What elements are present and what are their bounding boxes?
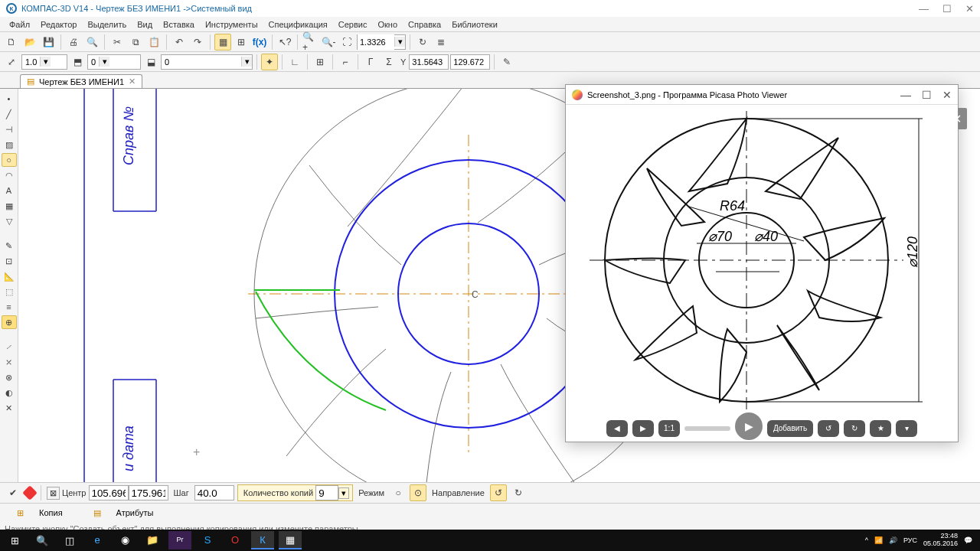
create-object-icon[interactable]: ✔ [5, 484, 21, 501]
menu-tools[interactable]: Инструменты [201, 18, 263, 31]
misc-icon[interactable]: ✎ [498, 54, 515, 70]
menu-window[interactable]: Окно [373, 18, 402, 31]
minimize-button[interactable]: — [919, 3, 929, 15]
tool-text-icon[interactable]: A [2, 184, 17, 197]
center-x-input[interactable] [89, 485, 129, 500]
round-icon[interactable]: Γ [362, 54, 379, 70]
chevron-down-icon[interactable]: ▾ [394, 37, 405, 47]
menu-insert[interactable]: Вставка [158, 18, 199, 31]
picasa-close-button[interactable]: ✕ [942, 89, 952, 101]
picasa-minimize-button[interactable]: — [900, 89, 911, 101]
picasa-window[interactable]: Screenshot_3.png - Программа Picasa Phot… [565, 84, 959, 442]
dir-ccw-icon[interactable]: ↺ [490, 484, 507, 501]
cut-icon[interactable]: ✂ [109, 34, 126, 51]
skype-icon[interactable]: S [196, 531, 219, 549]
tool-aux1-icon[interactable]: ⟋ [2, 340, 17, 354]
tray-net-icon[interactable]: 📶 [874, 536, 883, 544]
tool-copy-icon[interactable]: ⊕ [2, 315, 17, 329]
zoom-out-icon[interactable]: 🔍- [320, 34, 337, 51]
style-icon[interactable]: ⬓ [142, 54, 159, 70]
tool-aux3-icon[interactable]: ⊗ [2, 370, 17, 384]
picasa-maximize-button[interactable]: ☐ [922, 89, 932, 101]
layers-icon[interactable]: ≣ [433, 34, 449, 51]
new-icon[interactable]: 🗋 [3, 34, 20, 51]
step-input[interactable] [194, 485, 234, 500]
zoom-combo[interactable]: ▾ [357, 34, 406, 50]
layer-combo[interactable]: 0▾ [87, 54, 141, 70]
step-combo[interactable]: 1.0▾ [21, 54, 67, 70]
picasa-more-icon[interactable]: ▾ [896, 420, 917, 437]
menu-help[interactable]: Справка [403, 18, 446, 31]
tool-edit-icon[interactable]: ✎ [2, 239, 17, 253]
menu-editor[interactable]: Редактор [36, 18, 81, 31]
chevron-down-icon[interactable]: ▾ [40, 57, 51, 67]
explorer-icon[interactable]: 📁 [141, 531, 164, 549]
open-icon[interactable]: 📂 [21, 34, 38, 51]
menu-select[interactable]: Выделить [83, 18, 131, 31]
tool-aux2-icon[interactable]: ⤫ [2, 355, 17, 369]
preview-icon[interactable]: 🔍 [83, 34, 100, 51]
var-icon[interactable]: ⊞ [233, 34, 250, 51]
tool-arc-icon[interactable]: ◠ [2, 168, 17, 182]
tool-line-icon[interactable]: ╱ [2, 107, 17, 121]
zoom-fit-icon[interactable]: ⛶ [338, 34, 355, 51]
coord-icon[interactable]: ⌐ [337, 54, 354, 70]
tool-dim-icon[interactable]: ⊣ [2, 122, 17, 136]
tool-circle-icon[interactable]: ○ [2, 153, 17, 167]
picasa-add-button[interactable]: Добавить [767, 420, 813, 437]
chevron-down-icon[interactable]: ▾ [338, 487, 349, 499]
tool-point-icon[interactable]: • [2, 92, 17, 106]
tool-select-icon[interactable]: ⬚ [2, 285, 17, 298]
save-icon[interactable]: 💾 [40, 34, 57, 51]
close-button[interactable]: ✕ [965, 3, 974, 15]
tab-attrs[interactable]: ▤Атрибуты [81, 504, 166, 523]
tray-vol-icon[interactable]: 🔊 [889, 536, 897, 544]
opera-icon[interactable]: O [224, 531, 247, 549]
picasa-play-icon[interactable]: ▶ [735, 412, 763, 440]
paste-icon[interactable]: 📋 [145, 34, 162, 51]
dir-cw-icon[interactable]: ↻ [510, 484, 527, 501]
picasa-image-area[interactable]: R64 ⌀70 ⌀40 ⌀120 [566, 105, 958, 415]
picasa-rotate-l-icon[interactable]: ↺ [818, 420, 839, 437]
chevron-down-icon[interactable]: ▾ [99, 57, 109, 67]
mode-a-icon[interactable]: ○ [390, 484, 407, 501]
picasa-task-icon[interactable]: ▦ [279, 531, 302, 549]
color-combo[interactable]: 0▾ [161, 54, 253, 70]
menu-service[interactable]: Сервис [334, 18, 372, 31]
picasa-next-icon[interactable]: ▶ [632, 420, 654, 437]
picasa-titlebar[interactable]: Screenshot_3.png - Программа Picasa Phot… [566, 85, 958, 105]
maximize-button[interactable]: ☐ [942, 3, 952, 15]
refresh-icon[interactable]: ↻ [414, 34, 431, 51]
zoom-value[interactable] [358, 34, 394, 50]
coord-x[interactable] [409, 54, 449, 70]
tab-copy[interactable]: ⊞Копия [5, 504, 75, 523]
step-icon[interactable]: ⤢ [3, 54, 20, 70]
tab-close-icon[interactable]: ✕ [129, 77, 136, 86]
start-icon[interactable]: ⊞ [3, 531, 26, 549]
coord-y[interactable] [450, 54, 490, 70]
taskview-icon[interactable]: ◫ [58, 531, 81, 549]
layer-icon[interactable]: ⬒ [69, 54, 86, 70]
print-icon[interactable]: 🖨 [65, 34, 82, 51]
picasa-ratio-button[interactable]: 1:1 [658, 420, 680, 437]
tool-param-icon[interactable]: ⊡ [2, 254, 17, 268]
mode-b-icon[interactable]: ⊙ [410, 484, 426, 501]
copy-icon[interactable]: ⧉ [127, 34, 144, 51]
stop-icon[interactable] [22, 485, 38, 500]
tray-clock[interactable]: 23:4805.05.2016 [923, 533, 958, 548]
premiere-icon[interactable]: Pr [168, 531, 191, 549]
snap-icon[interactable]: ✦ [261, 54, 278, 70]
picasa-zoom-slider[interactable] [684, 426, 730, 431]
menu-libs[interactable]: Библиотеки [447, 18, 502, 31]
grid2-icon[interactable]: ⊞ [312, 54, 328, 70]
undo-icon[interactable]: ↶ [171, 34, 188, 51]
tray-notif-icon[interactable]: 💬 [964, 536, 972, 544]
tool-spec-icon[interactable]: ≡ [2, 300, 17, 314]
menu-file[interactable]: Файл [5, 18, 34, 31]
edge-icon[interactable]: e [86, 531, 109, 549]
tool-table-icon[interactable]: ▦ [2, 199, 17, 213]
picasa-prev-icon[interactable]: ◀ [606, 420, 628, 437]
tool-rough-icon[interactable]: ▽ [2, 214, 17, 228]
menu-spec[interactable]: Спецификация [264, 18, 332, 31]
count-input[interactable] [315, 485, 338, 500]
